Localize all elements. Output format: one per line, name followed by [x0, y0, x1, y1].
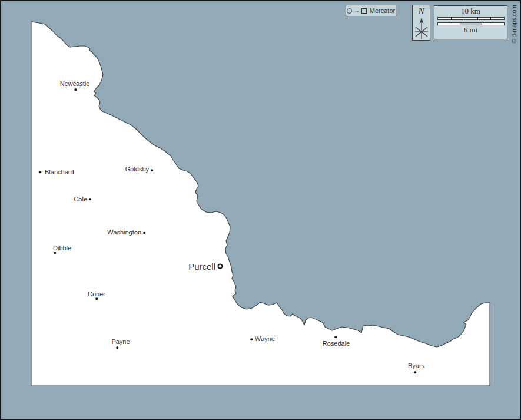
city-label-criner: Criner	[88, 291, 105, 297]
city-label-blanchard: Blanchard	[45, 169, 74, 176]
compass-arrow-icon	[413, 16, 430, 40]
city-label-purcell: Purcell	[188, 262, 215, 271]
city-dot-marker-byars	[414, 371, 416, 373]
city-dot-marker-washington	[143, 232, 145, 234]
city-label-newcastle: Newcastle	[60, 81, 90, 87]
city-dot-marker-cole	[89, 198, 91, 200]
projection-legend: → Mercator	[346, 5, 396, 16]
city-dot-marker-newcastle	[74, 88, 77, 91]
map-canvas: NewcastleBlanchardGoldsbyColeWashingtonD…	[0, 0, 521, 420]
city-label-washington: Washington	[107, 229, 141, 236]
scale-bar-km	[437, 17, 505, 20]
city-ring-marker-purcell	[218, 264, 223, 269]
arrow-icon: →	[354, 8, 360, 14]
scale-mi-label: 6 mi	[464, 26, 477, 35]
city-dot-marker-wayne	[250, 338, 253, 340]
scale-bar: 10 km 6 mi	[434, 5, 507, 39]
city-label-wayne: Wayne	[255, 336, 275, 342]
compass-rose: N	[412, 5, 430, 41]
county-shape	[31, 22, 490, 386]
circle-icon	[347, 8, 352, 14]
north-label: N	[418, 6, 424, 16]
city-dot-marker-criner	[95, 297, 98, 300]
city-dot-marker-dibble	[54, 252, 56, 254]
city-label-byars: Byars	[408, 363, 424, 369]
city-dot-marker-goldsby	[151, 169, 153, 171]
city-label-payne: Payne	[111, 339, 130, 345]
city-dot-marker-blanchard	[39, 171, 41, 173]
projection-label: Mercator	[370, 7, 395, 14]
scale-bar-mi	[437, 22, 505, 25]
square-icon	[361, 8, 367, 14]
copyright-text: © d-maps.com	[511, 5, 517, 43]
city-label-goldsby: Goldsby	[125, 166, 149, 173]
county-map-svg	[0, 0, 521, 420]
city-label-cole: Cole	[74, 196, 87, 203]
city-label-rosedale: Rosedale	[323, 340, 350, 347]
scale-km-label: 10 km	[461, 7, 480, 16]
city-dot-marker-rosedale	[334, 336, 337, 338]
city-dot-marker-payne	[116, 346, 118, 349]
city-label-dibble: Dibble	[53, 245, 71, 252]
